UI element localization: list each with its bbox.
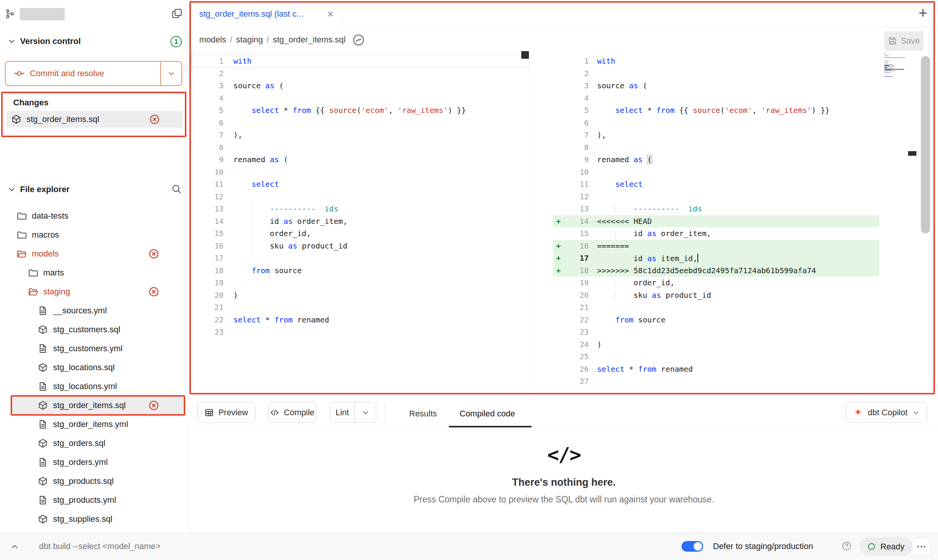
- code-line[interactable]: 11 select: [553, 178, 879, 191]
- code-line[interactable]: 21: [553, 301, 879, 314]
- code-line[interactable]: 7),: [192, 129, 529, 141]
- code-line[interactable]: 21: [192, 301, 529, 314]
- code-line[interactable]: 20 sku as product_id: [553, 289, 879, 302]
- command-input[interactable]: dbt build --select <model_name>: [39, 541, 160, 551]
- tab-compiled-code[interactable]: Compiled code: [460, 400, 515, 427]
- code-line[interactable]: 22 from source: [553, 314, 879, 326]
- changes-item[interactable]: stg_order_items.sql: [6, 111, 183, 128]
- code-line[interactable]: +16=======: [553, 240, 879, 252]
- code-line[interactable]: 10: [553, 166, 879, 178]
- code-line[interactable]: 19 order_id,: [553, 277, 879, 289]
- code-line[interactable]: +17 id as item_id,: [553, 252, 879, 264]
- tab-results[interactable]: Results: [409, 400, 437, 427]
- preview-button[interactable]: Preview: [197, 402, 255, 423]
- code-line[interactable]: 17: [192, 252, 529, 264]
- code-line[interactable]: 9renamed as (: [553, 153, 879, 166]
- code-line[interactable]: 23: [553, 326, 879, 338]
- breadcrumb-part[interactable]: staging: [236, 35, 263, 45]
- code-line[interactable]: 9renamed as (: [192, 153, 529, 166]
- tree-item-stg_locations.yml[interactable]: stg_locations.yml: [0, 377, 189, 396]
- tree-item-stg_products.sql[interactable]: stg_products.sql: [0, 472, 189, 491]
- tree-item-stg_order_items.sql[interactable]: stg_order_items.sql: [0, 396, 189, 415]
- code-line[interactable]: 6: [553, 117, 879, 129]
- file-explorer-header[interactable]: File explorer: [0, 181, 189, 197]
- code-line[interactable]: 8: [553, 141, 879, 154]
- search-icon[interactable]: [171, 184, 182, 194]
- commit-and-resolve-button[interactable]: Commit and resolve: [6, 62, 160, 85]
- discard-change-icon[interactable]: [149, 114, 160, 125]
- code-line[interactable]: 18 from source: [192, 264, 529, 277]
- code-line[interactable]: 2: [553, 67, 879, 80]
- tree-item-stg_products.yml[interactable]: stg_products.yml: [0, 491, 189, 510]
- code-line[interactable]: 22select * from renamed: [192, 314, 529, 326]
- lint-dropdown-button[interactable]: [355, 402, 376, 422]
- more-options-button[interactable]: [912, 538, 931, 556]
- code-line[interactable]: 23: [192, 326, 529, 338]
- minimap[interactable]: [884, 53, 907, 78]
- code-line[interactable]: 25: [553, 350, 879, 363]
- code-line[interactable]: 3source as (: [192, 80, 529, 92]
- tree-item-stg_supplies.sql[interactable]: stg_supplies.sql: [0, 510, 189, 529]
- code-line[interactable]: 12: [192, 191, 529, 203]
- code-line[interactable]: 15 order_id,: [192, 227, 529, 240]
- code-line[interactable]: 3source as (: [553, 80, 879, 92]
- discard-change-icon[interactable]: [149, 249, 159, 259]
- code-line[interactable]: 19: [192, 277, 529, 289]
- commit-dropdown-button[interactable]: [160, 62, 181, 85]
- format-icon[interactable]: [352, 34, 365, 46]
- code-line[interactable]: 8: [192, 141, 529, 154]
- tree-item-__sources.yml[interactable]: __sources.yml: [0, 301, 189, 320]
- code-line[interactable]: 4: [553, 92, 879, 105]
- breadcrumb-part[interactable]: models: [199, 35, 226, 45]
- tree-item-stg_orders.sql[interactable]: stg_orders.sql: [0, 434, 189, 453]
- scrollbar-thumb[interactable]: [921, 56, 930, 233]
- code-line[interactable]: 10: [192, 166, 529, 178]
- code-line[interactable]: 5 select * from {{ source('ecom', 'raw_i…: [553, 104, 879, 117]
- workspace-icon[interactable]: [5, 9, 15, 19]
- status-badge[interactable]: Ready: [860, 537, 912, 556]
- help-icon[interactable]: [842, 541, 852, 551]
- save-button[interactable]: Save: [884, 31, 924, 51]
- discard-change-icon[interactable]: [149, 400, 159, 411]
- dbt-copilot-button[interactable]: dbt Copilot: [846, 402, 927, 423]
- code-line[interactable]: 7),: [553, 129, 879, 141]
- chevron-up-icon[interactable]: [10, 542, 19, 551]
- discard-change-icon[interactable]: [149, 286, 159, 297]
- tree-item-stg_order_items.yml[interactable]: stg_order_items.yml: [0, 415, 189, 434]
- code-line[interactable]: 14 id as order_item,: [192, 215, 529, 228]
- breadcrumb-part[interactable]: stg_order_items.sql: [273, 35, 345, 45]
- code-line[interactable]: 1with: [192, 55, 529, 67]
- code-line[interactable]: 5 select * from {{ source('ecom', 'raw_i…: [192, 104, 529, 117]
- tree-item-stg_locations.sql[interactable]: stg_locations.sql: [0, 358, 189, 377]
- code-line[interactable]: +14<<<<<<< HEAD: [553, 215, 879, 228]
- code-line[interactable]: +18>>>>>>> 58c1dd23d5eebd9cd2495fa7124ab…: [553, 264, 879, 277]
- code-line[interactable]: 11 select: [192, 178, 529, 191]
- close-tab-icon[interactable]: ×: [327, 8, 334, 20]
- new-tab-button[interactable]: +: [919, 5, 927, 20]
- version-control-header[interactable]: Version control: [0, 33, 189, 49]
- lint-button[interactable]: Lint: [330, 402, 355, 422]
- code-line[interactable]: 6: [192, 117, 529, 129]
- tree-item-stg_customers.sql[interactable]: stg_customers.sql: [0, 320, 189, 339]
- tree-item-macros[interactable]: macros: [0, 225, 189, 244]
- code-line[interactable]: 20): [192, 289, 529, 302]
- code-line[interactable]: 16 sku as product_id: [192, 240, 529, 252]
- code-line[interactable]: 24): [553, 338, 879, 351]
- code-line[interactable]: 1with: [553, 55, 879, 67]
- defer-toggle[interactable]: [682, 541, 703, 552]
- tab-stg-order-items[interactable]: stg_order_items.sql (last c... ×: [190, 0, 342, 28]
- code-line[interactable]: 27: [553, 375, 879, 388]
- tree-item-models[interactable]: models: [0, 244, 189, 263]
- compile-button[interactable]: Compile: [269, 402, 316, 423]
- code-line[interactable]: 13 ---------- ids: [192, 203, 529, 215]
- code-line[interactable]: 2: [192, 67, 529, 80]
- code-line[interactable]: 15 id as order_item,: [553, 227, 879, 240]
- tree-item-staging[interactable]: staging: [0, 282, 189, 301]
- tree-item-stg_customers.yml[interactable]: stg_customers.yml: [0, 339, 189, 358]
- tree-item-marts[interactable]: marts: [0, 263, 189, 282]
- tree-item-stg_orders.yml[interactable]: stg_orders.yml: [0, 453, 189, 472]
- tree-item-data-tests[interactable]: data-tests: [0, 206, 189, 225]
- code-line[interactable]: 26select * from renamed: [553, 363, 879, 375]
- code-line[interactable]: 4: [192, 92, 529, 105]
- copy-panels-icon[interactable]: [171, 8, 182, 19]
